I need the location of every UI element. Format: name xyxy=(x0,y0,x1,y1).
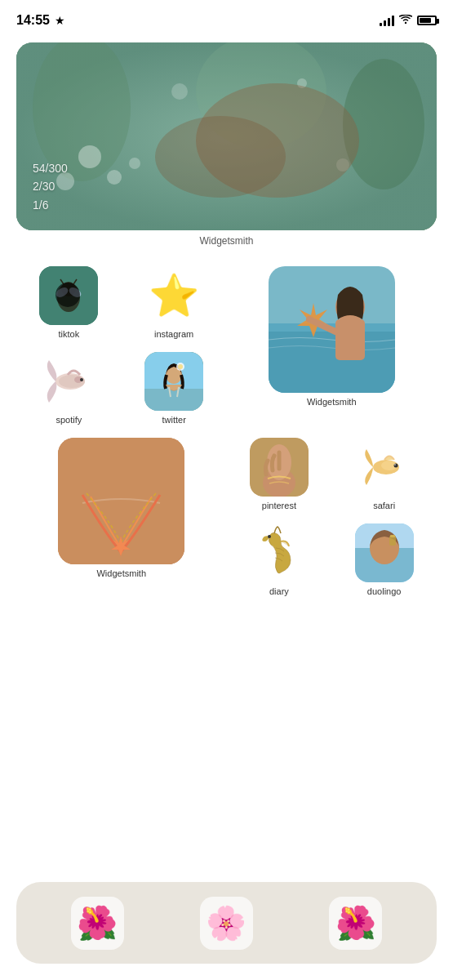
svg-rect-53 xyxy=(390,535,395,537)
pinterest-label: pinterest xyxy=(262,501,296,510)
duolingo-icon[interactable] xyxy=(355,523,414,582)
dock: 🌺 🌸 🌺 xyxy=(16,882,437,964)
app-item-tiktok[interactable]: tiktok xyxy=(16,260,122,345)
svg-point-6 xyxy=(78,145,101,168)
widgetsmith-large-top[interactable]: 54/300 2/30 1/6 xyxy=(16,42,437,230)
diary-label: diary xyxy=(269,586,289,596)
app-item-spotify[interactable]: spotify xyxy=(16,345,122,431)
widgetsmith-right-icon[interactable] xyxy=(269,266,395,393)
wifi-icon xyxy=(399,14,412,27)
svg-point-7 xyxy=(107,170,122,185)
svg-point-47 xyxy=(394,464,396,466)
svg-point-31 xyxy=(80,378,83,381)
svg-point-0 xyxy=(405,22,406,24)
tiktok-icon[interactable] xyxy=(39,266,98,325)
status-bar: 14:55 ★ xyxy=(0,0,453,36)
widgetsmith-right-widget[interactable]: Widgetsmith xyxy=(227,260,437,431)
svg-rect-16 xyxy=(39,266,98,325)
app-item-duolingo[interactable]: duolingo xyxy=(331,517,437,603)
stat-1: 54/300 xyxy=(33,159,68,177)
widgetsmith-bottom-label: Widgetsmith xyxy=(96,568,146,578)
svg-point-10 xyxy=(171,83,188,100)
status-time: 14:55 xyxy=(16,13,50,28)
stat-3: 1/6 xyxy=(33,196,68,214)
svg-point-19 xyxy=(55,286,70,300)
svg-point-48 xyxy=(268,535,271,538)
dock-emoji-1: 🌺 xyxy=(77,904,118,942)
widget-stats: 54/300 2/30 1/6 xyxy=(33,159,68,214)
stat-2: 2/30 xyxy=(33,177,68,195)
spotify-icon[interactable] xyxy=(39,352,98,411)
bottom-section: Widgetsmith xyxy=(16,431,437,603)
battery-icon xyxy=(417,16,437,25)
svg-point-9 xyxy=(129,158,140,169)
svg-point-36 xyxy=(178,364,183,369)
instagram-starfish: ⭐ xyxy=(149,275,199,316)
bottom-right-apps: pinterest xyxy=(227,431,437,603)
app-grid-section: tiktok ⭐ instagram xyxy=(16,260,437,431)
dock-emoji-3: 🌺 xyxy=(335,904,376,942)
widgetsmith-bottom-icon[interactable] xyxy=(58,438,184,564)
widgetsmith-top-label: Widgetsmith xyxy=(16,235,437,247)
svg-point-18 xyxy=(61,282,76,296)
app-item-instagram[interactable]: ⭐ instagram xyxy=(122,260,227,345)
app-item-twitter[interactable]: twitter xyxy=(122,345,227,431)
pinterest-icon[interactable] xyxy=(250,438,309,497)
dock-emoji-2: 🌸 xyxy=(206,904,246,942)
svg-point-14 xyxy=(155,116,286,198)
spotify-label: spotify xyxy=(56,415,82,425)
svg-rect-25 xyxy=(269,332,395,393)
twitter-label: twitter xyxy=(162,415,185,425)
svg-rect-33 xyxy=(144,389,203,411)
dock-item-2[interactable]: 🌸 xyxy=(200,897,253,950)
widgetsmith-right-label: Widgetsmith xyxy=(307,397,357,407)
widgetsmith-bottom-left[interactable]: Widgetsmith xyxy=(16,431,227,603)
tiktok-label: tiktok xyxy=(59,329,80,339)
diary-icon[interactable] xyxy=(250,523,309,582)
star-icon: ★ xyxy=(55,14,65,27)
instagram-label: instagram xyxy=(154,329,193,339)
instagram-icon[interactable]: ⭐ xyxy=(144,266,203,325)
svg-rect-27 xyxy=(335,319,365,360)
safari-icon[interactable] xyxy=(355,438,414,497)
main-content: 54/300 2/30 1/6 Widgetsmith xyxy=(0,36,453,603)
duolingo-label: duolingo xyxy=(367,586,402,596)
dock-item-3[interactable]: 🌺 xyxy=(329,897,382,950)
app-item-diary[interactable]: diary xyxy=(227,517,332,603)
water-svg xyxy=(16,42,437,230)
safari-label: safari xyxy=(373,501,395,510)
app-item-safari[interactable]: safari xyxy=(331,431,437,517)
svg-point-17 xyxy=(57,283,80,312)
svg-point-46 xyxy=(393,464,397,468)
twitter-icon[interactable] xyxy=(144,352,203,411)
dock-item-1[interactable]: 🌺 xyxy=(71,897,124,950)
status-icons xyxy=(380,14,437,27)
widget-bg xyxy=(16,42,437,230)
signal-icon xyxy=(380,15,394,26)
app-item-pinterest[interactable]: pinterest xyxy=(227,431,332,517)
